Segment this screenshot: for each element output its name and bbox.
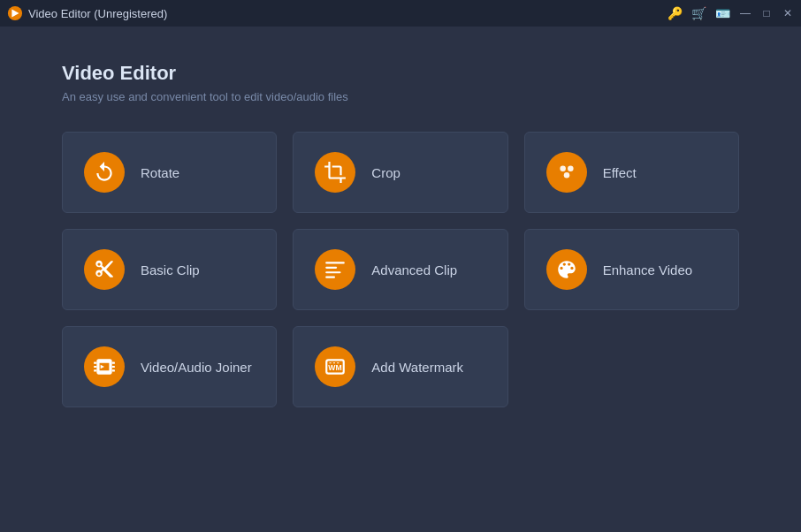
svg-text:WM: WM bbox=[329, 363, 342, 372]
maximize-button[interactable]: □ bbox=[760, 7, 773, 19]
titlebar-controls: 🔑 🛒 🪪 — □ ✕ bbox=[668, 6, 794, 20]
page-title: Video Editor bbox=[62, 62, 739, 85]
crop-icon bbox=[324, 161, 347, 184]
svg-rect-5 bbox=[325, 262, 345, 263]
video-audio-joiner-card[interactable]: Video/Audio Joiner bbox=[62, 326, 277, 407]
app-logo bbox=[7, 5, 23, 21]
add-watermark-label: Add Watermark bbox=[371, 360, 463, 375]
titlebar-left: Video Editor (Unregistered) bbox=[7, 5, 167, 21]
page-subtitle: An easy use and convenient tool to edit … bbox=[62, 90, 739, 103]
main-content: Video Editor An easy use and convenient … bbox=[0, 27, 801, 434]
titlebar-title: Video Editor (Unregistered) bbox=[28, 7, 167, 20]
basic-clip-label: Basic Clip bbox=[141, 262, 200, 277]
joiner-icon-circle bbox=[84, 346, 125, 387]
svg-rect-10 bbox=[94, 366, 96, 368]
minimize-button[interactable]: — bbox=[739, 7, 751, 19]
rotate-label: Rotate bbox=[141, 165, 179, 180]
advanced-clip-icon bbox=[324, 258, 347, 281]
effect-icon-circle bbox=[546, 152, 587, 193]
rotate-card[interactable]: Rotate bbox=[62, 132, 277, 213]
svg-point-2 bbox=[560, 165, 566, 171]
basic-clip-icon-circle bbox=[84, 249, 125, 290]
svg-rect-11 bbox=[94, 369, 96, 371]
rotate-icon-circle bbox=[84, 152, 125, 193]
scissors-icon bbox=[93, 258, 116, 281]
video-audio-joiner-label: Video/Audio Joiner bbox=[141, 360, 252, 375]
watermark-icon-circle: WM bbox=[315, 346, 355, 387]
effect-icon bbox=[555, 161, 578, 184]
enhance-video-label: Enhance Video bbox=[603, 262, 692, 277]
advanced-clip-label: Advanced Clip bbox=[371, 262, 457, 277]
effect-label: Effect bbox=[603, 165, 637, 180]
advanced-clip-icon-circle bbox=[315, 249, 355, 290]
palette-icon bbox=[555, 258, 578, 281]
rotate-icon bbox=[93, 161, 116, 184]
enhance-video-card[interactable]: Enhance Video bbox=[524, 229, 739, 310]
watermark-icon: WM bbox=[324, 355, 347, 378]
advanced-clip-card[interactable]: Advanced Clip bbox=[293, 229, 507, 310]
svg-rect-13 bbox=[112, 366, 115, 368]
svg-rect-7 bbox=[325, 271, 340, 273]
svg-rect-14 bbox=[112, 369, 115, 371]
svg-rect-8 bbox=[325, 277, 335, 278]
enhance-video-icon-circle bbox=[546, 249, 587, 290]
effect-card[interactable]: Effect bbox=[524, 132, 739, 213]
crop-icon-circle bbox=[315, 152, 355, 193]
feature-grid: Rotate Crop Effect bbox=[62, 132, 739, 407]
svg-rect-9 bbox=[94, 362, 96, 364]
svg-point-4 bbox=[563, 172, 569, 179]
id-card-icon[interactable]: 🪪 bbox=[715, 6, 730, 20]
svg-rect-6 bbox=[325, 267, 337, 269]
titlebar: Video Editor (Unregistered) 🔑 🛒 🪪 — □ ✕ bbox=[0, 0, 801, 27]
add-watermark-card[interactable]: WM Add Watermark bbox=[293, 326, 507, 407]
film-icon bbox=[93, 355, 116, 378]
key-icon[interactable]: 🔑 bbox=[668, 6, 683, 20]
svg-point-3 bbox=[568, 165, 574, 171]
svg-rect-12 bbox=[112, 362, 115, 364]
cart-icon[interactable]: 🛒 bbox=[691, 6, 706, 20]
close-button[interactable]: ✕ bbox=[782, 7, 794, 19]
basic-clip-card[interactable]: Basic Clip bbox=[62, 229, 277, 310]
crop-label: Crop bbox=[371, 165, 400, 180]
crop-card[interactable]: Crop bbox=[293, 132, 507, 213]
